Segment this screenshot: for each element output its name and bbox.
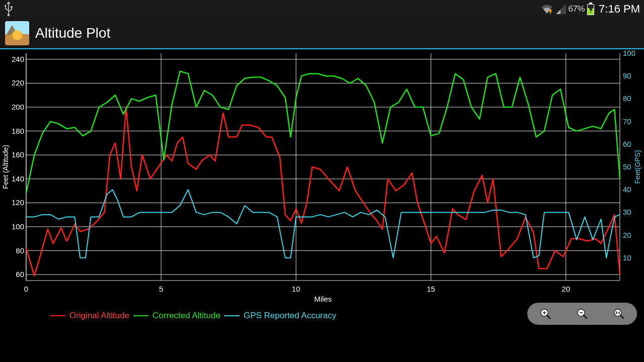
cell-signal-icon [555, 4, 567, 15]
legend-label-original: Original Altitude [69, 311, 129, 321]
svg-text:10: 10 [292, 285, 300, 293]
legend-swatch-gps [224, 315, 239, 316]
zoom-in-button[interactable] [539, 307, 552, 320]
status-left [4, 2, 13, 17]
svg-text:50: 50 [623, 162, 631, 171]
page-title: Altitude Plot [35, 25, 110, 41]
svg-text:100: 100 [12, 222, 24, 231]
android-status-bar: 67% 7:16 PM [0, 0, 644, 18]
svg-text:80: 80 [623, 94, 631, 103]
zoom-control-bar [527, 303, 637, 325]
legend-label-corrected: Corrected Altitude [152, 311, 220, 321]
chart-container: 6080100120140160180200220240102030405060… [0, 49, 644, 331]
legend-label-gps: GPS Reported Accuracy [244, 311, 336, 321]
svg-marker-3 [549, 10, 552, 15]
status-clock: 7:16 PM [599, 3, 640, 16]
wifi-icon [540, 4, 553, 15]
svg-rect-4 [589, 3, 592, 4]
app-icon [5, 21, 29, 45]
svg-text:40: 40 [623, 185, 631, 194]
svg-line-56 [547, 315, 550, 318]
svg-text:15: 15 [427, 285, 435, 293]
svg-text:180: 180 [12, 127, 24, 135]
status-right: 67% 7:16 PM [540, 3, 640, 16]
svg-text:0: 0 [24, 285, 28, 293]
svg-text:60: 60 [623, 140, 631, 148]
battery-percent: 67% [569, 4, 585, 14]
svg-text:140: 140 [12, 174, 24, 183]
svg-text:100: 100 [623, 49, 635, 57]
legend-swatch-corrected [133, 315, 148, 316]
zoom-out-button[interactable] [576, 307, 589, 320]
altitude-chart[interactable]: 6080100120140160180200220240102030405060… [0, 49, 644, 331]
svg-text:200: 200 [12, 103, 24, 111]
legend-swatch-original [50, 315, 65, 316]
svg-text:240: 240 [12, 55, 24, 63]
svg-text:10: 10 [623, 253, 631, 262]
usb-icon [4, 2, 13, 17]
svg-text:5: 5 [159, 285, 163, 293]
svg-text:80: 80 [16, 246, 24, 255]
svg-text:120: 120 [12, 198, 24, 207]
svg-rect-1 [11, 6, 13, 8]
svg-text:90: 90 [623, 71, 631, 80]
chart-legend: Original Altitude Corrected Altitude GPS… [50, 311, 336, 321]
zoom-fit-button[interactable] [612, 307, 625, 320]
svg-text:70: 70 [623, 117, 631, 126]
svg-text:Miles: Miles [314, 295, 332, 303]
svg-text:160: 160 [12, 150, 24, 159]
svg-text:Feet (Altitude): Feet (Altitude) [2, 145, 10, 189]
svg-point-0 [5, 5, 7, 7]
svg-line-60 [584, 315, 587, 318]
svg-point-2 [8, 14, 10, 17]
svg-text:Feet(GPS): Feet(GPS) [633, 150, 641, 184]
svg-text:60: 60 [16, 270, 24, 279]
svg-text:220: 220 [12, 78, 24, 87]
svg-text:20: 20 [623, 231, 631, 239]
app-bar: Altitude Plot [0, 18, 644, 49]
battery-charging-icon [587, 3, 595, 16]
svg-text:30: 30 [623, 208, 631, 216]
svg-text:20: 20 [561, 285, 570, 293]
svg-line-63 [620, 315, 623, 318]
